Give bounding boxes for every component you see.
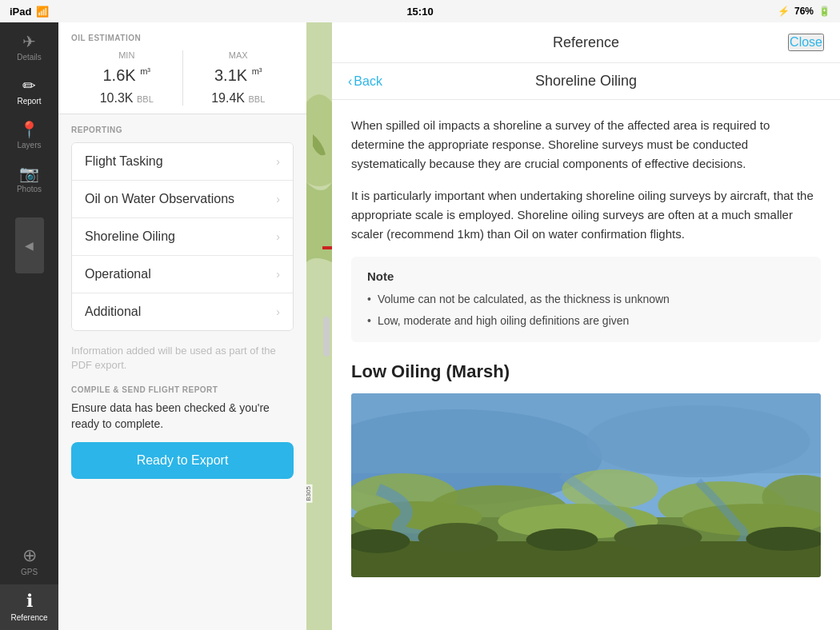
additional-label: Additional bbox=[85, 305, 141, 319]
chevron-left-back-icon: ‹ bbox=[348, 74, 352, 89]
reporting-section: REPORTING Flight Tasking › Oil on Water … bbox=[58, 114, 306, 331]
sidebar-label-reference: Reference bbox=[10, 613, 47, 622]
page-title: Shoreline Oiling bbox=[535, 73, 637, 90]
svg-point-19 bbox=[614, 524, 702, 550]
reporting-label: REPORTING bbox=[71, 126, 294, 134]
svg-rect-1 bbox=[322, 246, 332, 249]
right-panel: Reference Close ‹ Back Shoreline Oiling … bbox=[332, 22, 840, 630]
wifi-icon: 📶 bbox=[36, 6, 49, 18]
min-m3-value: 1.6K m³ bbox=[102, 66, 150, 85]
middle-panel: OIL ESTIMATION MIN 1.6K m³ 10.3K BBL MAX… bbox=[58, 22, 306, 630]
layers-icon: 📍 bbox=[19, 122, 39, 138]
back-label: Back bbox=[354, 74, 382, 89]
bluetooth-icon: ⚡ bbox=[778, 6, 790, 17]
sidebar-label-gps: GPS bbox=[21, 568, 38, 576]
note-item-1: Volume can not be calculated, as the thi… bbox=[367, 291, 805, 308]
main-layout: ✈ Details ✏ Report 📍 Layers 📷 Photos ◀ ⊕… bbox=[0, 22, 840, 630]
scroll-handle[interactable]: ◀ bbox=[15, 217, 44, 273]
min-bbl-value: 10.3K BBL bbox=[100, 91, 154, 106]
back-nav: ‹ Back Shoreline Oiling bbox=[332, 63, 840, 100]
reporting-item-additional[interactable]: Additional › bbox=[72, 293, 293, 330]
chevron-right-icon-3: › bbox=[276, 230, 280, 243]
flight-tasking-label: Flight Tasking bbox=[85, 154, 163, 169]
icon-sidebar: ✈ Details ✏ Report 📍 Layers 📷 Photos ◀ ⊕… bbox=[0, 22, 58, 630]
flight-icon: ✈ bbox=[22, 34, 36, 50]
min-header: MIN bbox=[118, 50, 134, 60]
map-label: B305 bbox=[306, 484, 313, 503]
status-bar: iPad 📶 15:10 ⚡ 76% 🔋 bbox=[0, 0, 840, 22]
chevron-right-icon-4: › bbox=[276, 268, 280, 281]
compile-description: Ensure data has been checked & you're re… bbox=[71, 401, 294, 432]
status-left: iPad 📶 bbox=[10, 6, 49, 18]
back-button[interactable]: ‹ Back bbox=[348, 74, 382, 89]
max-header: MAX bbox=[229, 50, 248, 60]
device-label: iPad bbox=[10, 6, 31, 18]
chevron-left-icon: ◀ bbox=[25, 239, 34, 252]
sidebar-item-gps[interactable]: ⊕ GPS bbox=[0, 539, 58, 584]
sidebar-item-photos[interactable]: 📷 Photos bbox=[0, 158, 58, 201]
close-button[interactable]: Close bbox=[788, 34, 824, 51]
reference-header: Reference Close bbox=[332, 22, 840, 63]
reporting-item-shoreline[interactable]: Shoreline Oiling › bbox=[72, 218, 293, 256]
reporting-item-flight-tasking[interactable]: Flight Tasking › bbox=[72, 143, 293, 181]
note-list: Volume can not be calculated, as the thi… bbox=[367, 291, 805, 329]
note-item-2: Low, moderate and high oiling definition… bbox=[367, 313, 805, 329]
sidebar-bottom: ⊕ GPS ℹ Reference bbox=[0, 539, 58, 630]
paragraph-1: When spilled oil impacts a shoreline a s… bbox=[351, 116, 821, 173]
estimation-grid: MIN 1.6K m³ 10.3K BBL MAX 3.1K m³ 19.4 bbox=[71, 50, 294, 106]
gps-icon: ⊕ bbox=[22, 547, 37, 564]
max-bbl-value: 19.4K BBL bbox=[211, 91, 265, 106]
status-time: 15:10 bbox=[406, 6, 433, 18]
battery-icon: 🔋 bbox=[818, 6, 830, 17]
svg-point-17 bbox=[418, 523, 498, 552]
export-button[interactable]: Ready to Export bbox=[71, 442, 294, 479]
camera-icon: 📷 bbox=[19, 165, 39, 181]
svg-rect-5 bbox=[351, 393, 821, 473]
estimation-min-col: MIN 1.6K m³ 10.3K BBL bbox=[71, 50, 182, 106]
oil-estimation-label: OIL ESTIMATION bbox=[71, 34, 294, 42]
reporting-item-operational[interactable]: Operational › bbox=[72, 256, 293, 293]
info-text: Information added will be used as part o… bbox=[58, 331, 306, 385]
reporting-list: Flight Tasking › Oil on Water Observatio… bbox=[71, 142, 294, 331]
pencil-icon: ✏ bbox=[22, 78, 36, 94]
reporting-item-oil-water[interactable]: Oil on Water Observations › bbox=[72, 181, 293, 218]
svg-point-18 bbox=[526, 528, 598, 551]
reference-content: ‹ Back Shoreline Oiling When spilled oil… bbox=[332, 63, 840, 630]
max-m3-value: 3.1K m³ bbox=[214, 66, 262, 85]
oil-water-label: Oil on Water Observations bbox=[85, 192, 234, 206]
reference-body: When spilled oil impacts a shoreline a s… bbox=[332, 100, 840, 593]
sidebar-item-report[interactable]: ✏ Report bbox=[0, 70, 58, 114]
shoreline-label: Shoreline Oiling bbox=[85, 229, 175, 244]
chevron-right-icon-1: › bbox=[276, 155, 280, 168]
compile-label: COMPILE & SEND FLIGHT REPORT bbox=[71, 385, 294, 394]
paragraph-2: It is particularly important when undert… bbox=[351, 186, 821, 244]
sidebar-label-layers: Layers bbox=[17, 141, 41, 150]
sidebar-label-details: Details bbox=[17, 53, 42, 62]
battery-label: 76% bbox=[794, 6, 814, 17]
marsh-image bbox=[351, 393, 821, 577]
estimation-max-col: MAX 3.1K m³ 19.4K BBL bbox=[183, 50, 294, 106]
chevron-right-icon-2: › bbox=[276, 193, 280, 205]
sidebar-item-layers[interactable]: 📍 Layers bbox=[0, 114, 58, 158]
sidebar-item-details[interactable]: ✈ Details bbox=[0, 26, 58, 70]
note-box: Note Volume can not be calculated, as th… bbox=[351, 257, 821, 342]
compile-section: COMPILE & SEND FLIGHT REPORT Ensure data… bbox=[58, 385, 306, 491]
sidebar-label-photos: Photos bbox=[17, 185, 42, 193]
chevron-right-icon-5: › bbox=[276, 305, 280, 318]
sidebar-item-reference[interactable]: ℹ Reference bbox=[0, 584, 58, 630]
oil-estimation-section: OIL ESTIMATION MIN 1.6K m³ 10.3K BBL MAX… bbox=[58, 22, 306, 114]
sidebar-label-report: Report bbox=[17, 97, 41, 106]
scroll-indicator[interactable] bbox=[323, 317, 330, 357]
reference-title: Reference bbox=[553, 34, 619, 51]
map-slice: B305 bbox=[306, 22, 332, 630]
note-title: Note bbox=[367, 269, 805, 283]
operational-label: Operational bbox=[85, 267, 151, 281]
status-right: ⚡ 76% 🔋 bbox=[778, 6, 830, 17]
section-heading-marsh: Low Oiling (Marsh) bbox=[351, 361, 821, 382]
marsh-image-svg bbox=[351, 393, 821, 577]
info-icon: ℹ bbox=[26, 592, 33, 610]
